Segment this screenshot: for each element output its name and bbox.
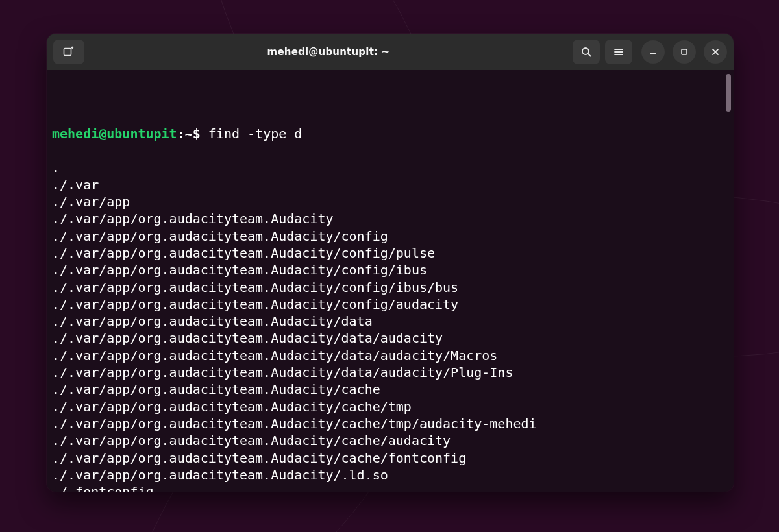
- close-button[interactable]: [704, 40, 727, 64]
- prompt-user-host: mehedi@ubuntupit: [52, 126, 177, 141]
- minimize-button[interactable]: [641, 40, 665, 64]
- terminal-window: mehedi@ubuntupit: ~: [47, 34, 734, 492]
- terminal-viewport[interactable]: mehedi@ubuntupit:~$ find -type d . ./.va…: [47, 70, 734, 492]
- window-title: mehedi@ubuntupit: ~: [90, 46, 567, 58]
- prompt-path: ~: [185, 126, 193, 141]
- search-icon: [580, 46, 592, 58]
- hamburger-menu-button[interactable]: [605, 40, 632, 64]
- titlebar[interactable]: mehedi@ubuntupit: ~: [47, 34, 734, 70]
- terminal-output: . ./.var ./.var/app ./.var/app/org.audac…: [52, 159, 730, 492]
- window-controls: [641, 40, 727, 64]
- scrollbar-thumb[interactable]: [726, 74, 731, 112]
- maximize-icon: [680, 47, 689, 56]
- svg-line-2: [588, 54, 591, 56]
- menu-icon: [613, 46, 624, 58]
- new-tab-button[interactable]: [53, 40, 84, 64]
- close-icon: [711, 47, 720, 56]
- svg-rect-0: [64, 49, 71, 56]
- maximize-button[interactable]: [673, 40, 696, 64]
- terminal-line: mehedi@ubuntupit:~$ find -type d: [52, 125, 730, 142]
- prompt-separator: :: [177, 126, 185, 141]
- new-tab-icon: [62, 45, 75, 58]
- svg-rect-7: [682, 49, 687, 54]
- minimize-icon: [649, 47, 658, 56]
- search-button[interactable]: [573, 40, 600, 64]
- command-text: find -type d: [208, 126, 303, 141]
- prompt-sigil: $: [193, 126, 201, 141]
